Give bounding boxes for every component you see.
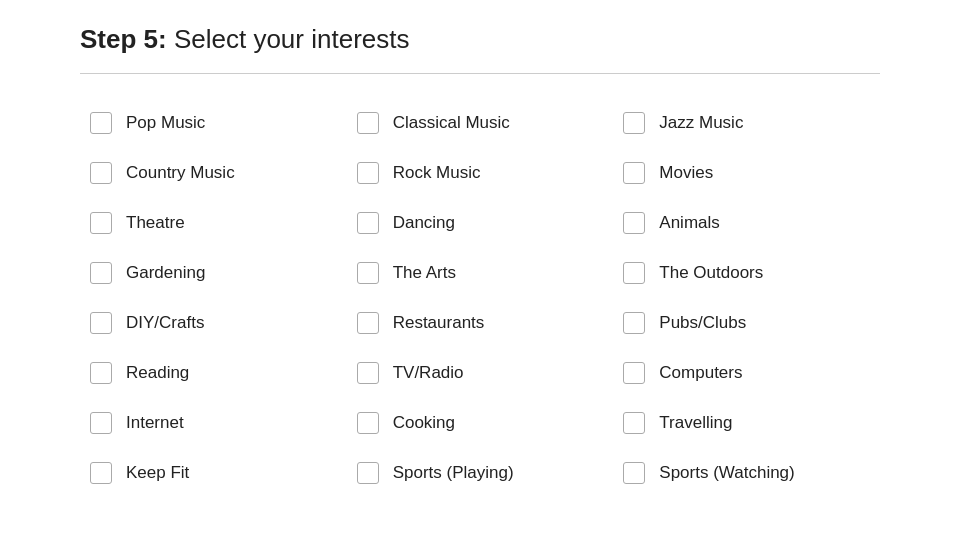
interests-grid: Pop MusicClassical MusicJazz MusicCountr… <box>80 98 880 498</box>
checkbox-keep-fit[interactable] <box>90 462 112 484</box>
interest-item-sports-watching: Sports (Watching) <box>613 448 880 498</box>
checkbox-travelling[interactable] <box>623 412 645 434</box>
checkbox-jazz-music[interactable] <box>623 112 645 134</box>
label-the-arts[interactable]: The Arts <box>393 263 456 283</box>
interest-item-country-music: Country Music <box>80 148 347 198</box>
label-restaurants[interactable]: Restaurants <box>393 313 485 333</box>
checkbox-rock-music[interactable] <box>357 162 379 184</box>
page-title: Step 5: Select your interests <box>80 24 880 55</box>
label-classical-music[interactable]: Classical Music <box>393 113 510 133</box>
label-cooking[interactable]: Cooking <box>393 413 455 433</box>
checkbox-computers[interactable] <box>623 362 645 384</box>
checkbox-internet[interactable] <box>90 412 112 434</box>
label-movies[interactable]: Movies <box>659 163 713 183</box>
label-tv-radio[interactable]: TV/Radio <box>393 363 464 383</box>
step-description: Select your interests <box>174 24 410 54</box>
checkbox-animals[interactable] <box>623 212 645 234</box>
page-container: Step 5: Select your interests Pop MusicC… <box>0 0 960 522</box>
checkbox-theatre[interactable] <box>90 212 112 234</box>
interest-item-computers: Computers <box>613 348 880 398</box>
interest-item-the-arts: The Arts <box>347 248 614 298</box>
label-diy-crafts[interactable]: DIY/Crafts <box>126 313 204 333</box>
label-reading[interactable]: Reading <box>126 363 189 383</box>
checkbox-diy-crafts[interactable] <box>90 312 112 334</box>
step-label: Step 5: <box>80 24 167 54</box>
interest-item-sports-playing: Sports (Playing) <box>347 448 614 498</box>
interest-item-pop-music: Pop Music <box>80 98 347 148</box>
label-travelling[interactable]: Travelling <box>659 413 732 433</box>
label-rock-music[interactable]: Rock Music <box>393 163 481 183</box>
interest-item-travelling: Travelling <box>613 398 880 448</box>
interest-item-gardening: Gardening <box>80 248 347 298</box>
checkbox-sports-playing[interactable] <box>357 462 379 484</box>
checkbox-cooking[interactable] <box>357 412 379 434</box>
label-dancing[interactable]: Dancing <box>393 213 455 233</box>
checkbox-country-music[interactable] <box>90 162 112 184</box>
checkbox-the-outdoors[interactable] <box>623 262 645 284</box>
label-keep-fit[interactable]: Keep Fit <box>126 463 189 483</box>
label-pubs-clubs[interactable]: Pubs/Clubs <box>659 313 746 333</box>
label-sports-watching[interactable]: Sports (Watching) <box>659 463 794 483</box>
checkbox-the-arts[interactable] <box>357 262 379 284</box>
label-theatre[interactable]: Theatre <box>126 213 185 233</box>
checkbox-gardening[interactable] <box>90 262 112 284</box>
label-internet[interactable]: Internet <box>126 413 184 433</box>
interest-item-classical-music: Classical Music <box>347 98 614 148</box>
checkbox-sports-watching[interactable] <box>623 462 645 484</box>
interest-item-animals: Animals <box>613 198 880 248</box>
label-computers[interactable]: Computers <box>659 363 742 383</box>
checkbox-restaurants[interactable] <box>357 312 379 334</box>
divider <box>80 73 880 74</box>
checkbox-pop-music[interactable] <box>90 112 112 134</box>
label-animals[interactable]: Animals <box>659 213 719 233</box>
interest-item-dancing: Dancing <box>347 198 614 248</box>
label-sports-playing[interactable]: Sports (Playing) <box>393 463 514 483</box>
label-the-outdoors[interactable]: The Outdoors <box>659 263 763 283</box>
interest-item-cooking: Cooking <box>347 398 614 448</box>
checkbox-tv-radio[interactable] <box>357 362 379 384</box>
checkbox-pubs-clubs[interactable] <box>623 312 645 334</box>
label-country-music[interactable]: Country Music <box>126 163 235 183</box>
interest-item-movies: Movies <box>613 148 880 198</box>
interest-item-reading: Reading <box>80 348 347 398</box>
interest-item-rock-music: Rock Music <box>347 148 614 198</box>
interest-item-tv-radio: TV/Radio <box>347 348 614 398</box>
interest-item-pubs-clubs: Pubs/Clubs <box>613 298 880 348</box>
interest-item-restaurants: Restaurants <box>347 298 614 348</box>
interest-item-jazz-music: Jazz Music <box>613 98 880 148</box>
checkbox-classical-music[interactable] <box>357 112 379 134</box>
label-gardening[interactable]: Gardening <box>126 263 205 283</box>
interest-item-diy-crafts: DIY/Crafts <box>80 298 347 348</box>
checkbox-dancing[interactable] <box>357 212 379 234</box>
interest-item-keep-fit: Keep Fit <box>80 448 347 498</box>
interest-item-the-outdoors: The Outdoors <box>613 248 880 298</box>
checkbox-reading[interactable] <box>90 362 112 384</box>
checkbox-movies[interactable] <box>623 162 645 184</box>
interest-item-internet: Internet <box>80 398 347 448</box>
label-pop-music[interactable]: Pop Music <box>126 113 205 133</box>
interest-item-theatre: Theatre <box>80 198 347 248</box>
label-jazz-music[interactable]: Jazz Music <box>659 113 743 133</box>
